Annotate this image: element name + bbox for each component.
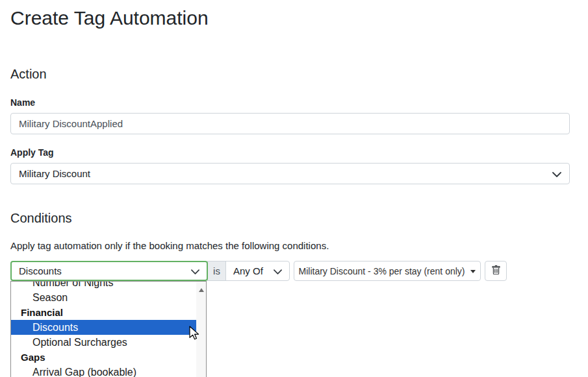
dropdown-option[interactable]: Arrival Gap (bookable) (11, 365, 196, 377)
conditions-description: Apply tag automation only if the booking… (10, 240, 570, 252)
apply-tag-label: Apply Tag (10, 147, 570, 158)
dropdown-option[interactable]: Number of Nights (11, 282, 196, 290)
dropdown-group-label: Financial (11, 305, 196, 320)
dropdown-scrollbar[interactable] (196, 282, 206, 377)
condition-operator-select[interactable]: Any Of (225, 261, 290, 281)
page-title: Create Tag Automation (10, 6, 570, 30)
action-section-heading: Action (10, 66, 570, 82)
chevron-down-icon (191, 265, 199, 276)
condition-operator-value: Any Of (233, 265, 263, 276)
dropdown-option-highlighted[interactable]: Discounts (11, 320, 196, 335)
dropdown-option[interactable]: Optional Surcharges (11, 335, 196, 350)
condition-value-label: Military Discount - 3% per stay (rent on… (299, 266, 465, 276)
caret-down-icon (470, 270, 476, 273)
condition-input-group: Discounts is Any Of (10, 261, 290, 281)
apply-tag-select[interactable]: Military Discount (10, 163, 570, 184)
apply-tag-selected-value: Military Discount (19, 168, 90, 179)
trash-icon (491, 265, 501, 277)
condition-field-select[interactable]: Discounts (10, 261, 208, 281)
create-tag-automation-page: Create Tag Automation Action Name Apply … (0, 6, 588, 281)
condition-value-dropdown-button[interactable]: Military Discount - 3% per stay (rent on… (294, 261, 481, 281)
field-select-dropdown: Number of Nights Season Financial Discou… (10, 281, 207, 377)
chevron-down-icon (274, 265, 282, 276)
name-label: Name (10, 97, 570, 108)
condition-field-value: Discounts (19, 265, 62, 276)
chevron-down-icon (552, 168, 561, 179)
triangle-up-icon[interactable] (199, 288, 204, 292)
conditions-section-heading: Conditions (10, 210, 570, 226)
condition-connector-label: is (207, 261, 226, 281)
dropdown-option-list: Number of Nights Season Financial Discou… (11, 282, 196, 377)
condition-row: Discounts is Any Of Military Discount - … (10, 261, 570, 281)
dropdown-group-label: Gaps (11, 350, 196, 365)
dropdown-option[interactable]: Season (11, 290, 196, 305)
name-input[interactable] (10, 113, 570, 134)
delete-condition-button[interactable] (485, 261, 507, 281)
